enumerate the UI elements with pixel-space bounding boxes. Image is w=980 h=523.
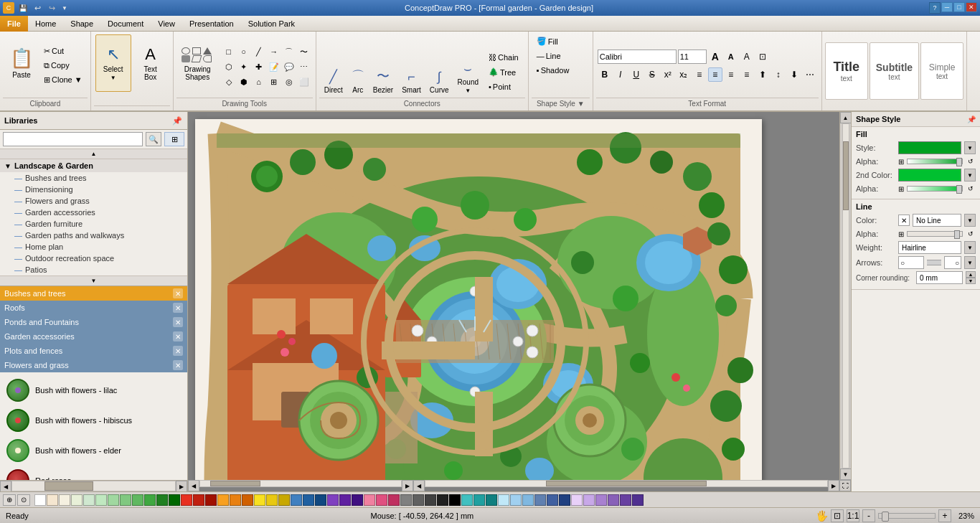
panel-flowers[interactable]: Flowers and grass ✕	[0, 358, 187, 372]
panel-garden-acc[interactable]: Garden accessories ✕	[0, 329, 187, 344]
panel-ponds[interactable]: Ponds and Fountains ✕	[0, 315, 187, 329]
menu-home[interactable]: Home	[28, 16, 63, 32]
palette-swatch-10[interactable]	[156, 494, 168, 506]
h-scroll-track2[interactable]	[425, 480, 828, 487]
palette-swatch-45[interactable]	[583, 494, 595, 506]
line-arrows-dropdown[interactable]: ▼	[964, 256, 976, 269]
line-arrows-end[interactable]: ○	[944, 256, 961, 269]
direct-button[interactable]: ╱ Direct	[321, 42, 347, 96]
palette-swatch-13[interactable]	[193, 494, 204, 506]
panel-garden-acc-close[interactable]: ✕	[173, 331, 183, 341]
fill-2nd-alpha-reset[interactable]: ↺	[966, 184, 976, 194]
palette-swatch-16[interactable]	[230, 494, 241, 506]
panel-roofs[interactable]: Roofs ✕	[0, 301, 187, 315]
title-text-button[interactable]: Title text	[825, 42, 868, 100]
palette-swatch-26[interactable]	[352, 494, 363, 506]
palette-swatch-40[interactable]	[522, 494, 534, 506]
libraries-pin-button[interactable]: 📌	[171, 115, 183, 126]
tree-item-garden-paths[interactable]: — Garden paths and walkways	[0, 230, 187, 241]
minimize-button[interactable]: ─	[941, 2, 953, 12]
palette-swatch-25[interactable]	[339, 494, 351, 506]
curve-button[interactable]: ∫ Curve	[426, 42, 453, 96]
h-scroll-thumb[interactable]	[210, 481, 260, 486]
fill-alpha-slider[interactable]	[907, 159, 963, 164]
fill-style-dropdown[interactable]: ▼	[964, 141, 976, 154]
strikethrough-button[interactable]: S	[645, 67, 659, 82]
line-weight-display[interactable]: Hairline	[898, 241, 961, 254]
quick-access-redo[interactable]: ↪	[46, 2, 57, 14]
panel-bushes-close[interactable]: ✕	[173, 288, 183, 298]
palette-swatch-8[interactable]	[132, 494, 143, 506]
palette-swatch-22[interactable]	[303, 494, 314, 506]
line-alpha-reset[interactable]: ↺	[966, 229, 976, 239]
tree-root-item[interactable]: ▼ Landscape & Garden	[0, 159, 187, 172]
align-right-button[interactable]: ≡	[724, 67, 738, 82]
fill-2nd-color-swatch[interactable]	[898, 169, 961, 182]
library-grid-view-button[interactable]: ⊞	[164, 132, 184, 146]
cut-button[interactable]: ✂ Cut	[40, 44, 86, 58]
quick-access-dropdown[interactable]: ▼	[60, 2, 69, 14]
palette-swatch-12[interactable]	[181, 494, 192, 506]
corner-rounding-down[interactable]: ▼	[966, 278, 976, 284]
bezier-button[interactable]: 〜 Bezier	[369, 42, 397, 96]
palette-swatch-24[interactable]	[327, 494, 339, 506]
text-more-button[interactable]: ⋯	[803, 67, 817, 82]
palette-swatch-44[interactable]	[571, 494, 583, 506]
palette-swatch-38[interactable]	[498, 494, 509, 506]
panel-ponds-close[interactable]: ✕	[173, 317, 183, 327]
tree-item-flowers[interactable]: — Flowers and grass	[0, 195, 187, 207]
arc-button[interactable]: ⌒ Arc	[348, 42, 368, 96]
align-center-button[interactable]: ≡	[708, 67, 722, 82]
lib-scroll-left[interactable]: ◀	[0, 481, 11, 491]
palette-swatch-4[interactable]	[83, 494, 95, 506]
help-icon[interactable]: ?	[929, 2, 941, 14]
tree-item-dimensioning[interactable]: — Dimensioning	[0, 184, 187, 195]
lib-scroll-right[interactable]: ▶	[176, 481, 187, 491]
tree-item-garden-acc[interactable]: — Garden accessories	[0, 207, 187, 218]
bold-button[interactable]: B	[598, 67, 612, 82]
panel-roofs-close[interactable]: ✕	[173, 303, 183, 313]
fill-style-swatch[interactable]	[898, 141, 961, 154]
font-color-button[interactable]: A	[740, 50, 754, 64]
tree-button[interactable]: 🌲Tree	[485, 65, 522, 79]
palette-swatch-0[interactable]	[34, 494, 46, 506]
palette-swatch-5[interactable]	[95, 494, 107, 506]
palette-swatch-29[interactable]	[388, 494, 400, 506]
palette-swatch-48[interactable]	[620, 494, 631, 506]
lib-item-red-roses[interactable]: Red roses	[3, 466, 184, 480]
paste-button[interactable]: 📋 Paste	[4, 34, 39, 92]
align-justify-button[interactable]: ≡	[740, 67, 754, 82]
right-panel-pin[interactable]: 📌	[967, 116, 976, 123]
menu-solution-park[interactable]: Solution Park	[241, 16, 302, 32]
line-alpha-slider[interactable]	[907, 231, 963, 237]
font-name-input[interactable]	[598, 50, 677, 64]
italic-button[interactable]: I	[613, 67, 628, 82]
fill-2nd-alpha-slider[interactable]	[907, 186, 963, 192]
palette-swatch-18[interactable]	[254, 494, 265, 506]
font-size-input[interactable]	[678, 50, 707, 64]
palette-swatch-33[interactable]	[437, 494, 448, 506]
panel-plots-close[interactable]: ✕	[173, 346, 183, 356]
expand-canvas-button[interactable]: ⛶	[839, 480, 851, 491]
simple-text-button[interactable]: Simple text	[920, 42, 963, 100]
palette-swatch-31[interactable]	[413, 494, 424, 506]
h-scroll2-right-button[interactable]: ▶	[828, 480, 839, 491]
shadow-button[interactable]: ▪ Shadow	[533, 64, 588, 77]
palette-swatch-36[interactable]	[473, 494, 485, 506]
menu-view[interactable]: View	[151, 16, 182, 32]
clone-button[interactable]: ⊞ Clone ▼	[40, 73, 86, 87]
tree-item-outdoor[interactable]: — Outdoor recreation space	[0, 253, 187, 264]
palette-tool2[interactable]: ⊙	[17, 494, 30, 506]
menu-file[interactable]: File	[0, 16, 28, 32]
h-scroll-track[interactable]	[199, 480, 402, 487]
library-search-button[interactable]: 🔍	[146, 132, 161, 146]
line-color-dropdown[interactable]: ▼	[964, 214, 976, 227]
chain-button[interactable]: ⛓Chain	[485, 51, 522, 64]
h-scroll2-left-button[interactable]: ◀	[413, 480, 425, 491]
palette-swatch-19[interactable]	[266, 494, 278, 506]
menu-shape[interactable]: Shape	[63, 16, 100, 32]
fill-button[interactable]: 🪣 Fill	[533, 34, 588, 48]
smart-button[interactable]: ⌐ Smart	[398, 42, 425, 96]
palette-swatch-20[interactable]	[278, 494, 290, 506]
palette-swatch-42[interactable]	[547, 494, 558, 506]
